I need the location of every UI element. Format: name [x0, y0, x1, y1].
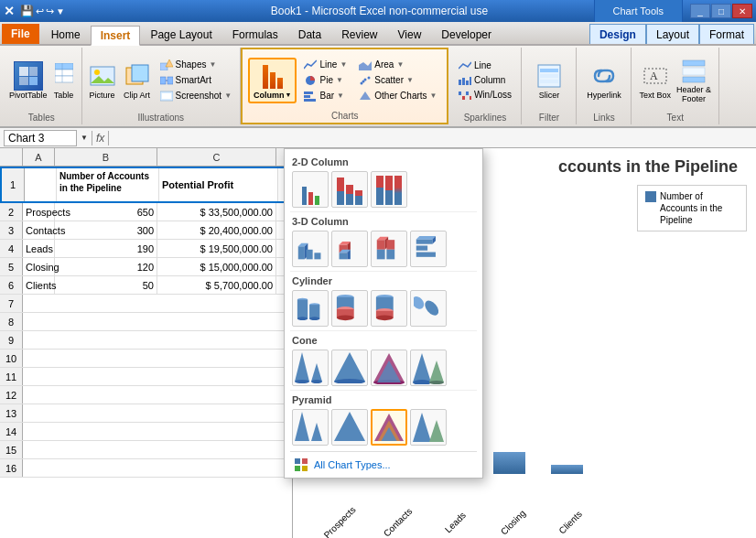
tab-file[interactable]: File — [2, 24, 39, 44]
clip-art-button[interactable]: Clip Art — [121, 59, 154, 102]
cell-6b[interactable]: 50 — [55, 276, 157, 294]
scatter-chart-button[interactable]: Scatter▼ — [354, 73, 441, 88]
chart-type-pyr-4[interactable] — [410, 409, 447, 446]
tab-review[interactable]: Review — [331, 24, 387, 44]
chart-type-2d-stacked[interactable] — [331, 171, 368, 208]
cell-4c[interactable]: $ 19,500,000.00 — [157, 240, 276, 257]
tab-formulas[interactable]: Formulas — [222, 24, 288, 44]
header-footer-button[interactable]: Header &Footer — [675, 55, 713, 106]
screenshot-button[interactable]: Screenshot▼ — [156, 89, 237, 103]
tab-developer[interactable]: Developer — [431, 24, 502, 44]
cell-2c[interactable]: $ 33,500,000.00 — [157, 203, 276, 221]
close-button[interactable]: ✕ — [732, 4, 752, 18]
textbox-button[interactable]: A Text Box — [637, 59, 673, 102]
chart-type-cyl-4[interactable] — [410, 290, 447, 327]
more-qa-icon[interactable]: ▼ — [56, 6, 65, 16]
chart-type-cone-4[interactable] — [410, 350, 447, 386]
chart-type-pyr-1[interactable] — [292, 409, 329, 446]
tab-view[interactable]: View — [388, 24, 432, 44]
bar-label-leads: Leads — [436, 510, 468, 529]
shapes-button[interactable]: Shapes▼ — [156, 58, 237, 72]
svg-marker-95 — [413, 353, 431, 382]
table-row: 8 — [0, 313, 292, 331]
cell-3b[interactable]: 300 — [55, 221, 157, 239]
sparkline-winloss-button[interactable]: Win/Loss — [454, 88, 516, 102]
save-qa-icon[interactable]: 💾 — [20, 5, 34, 17]
tab-insert[interactable]: Insert — [91, 26, 141, 46]
minimize-button[interactable]: _ — [690, 4, 710, 18]
svg-point-73 — [309, 317, 319, 320]
undo-icon[interactable]: ↩ — [36, 5, 44, 17]
svg-rect-69 — [297, 300, 308, 319]
chart-type-cone-2[interactable] — [331, 350, 368, 386]
table-row: 3 Contacts 300 $ 20,400,000.00 — [0, 221, 292, 240]
chart-type-cyl-1[interactable] — [292, 290, 329, 327]
sparkline-column-button[interactable]: Column — [454, 73, 516, 87]
chart-type-3d-100pct[interactable] — [371, 231, 407, 267]
chart-type-cone-3[interactable] — [371, 350, 407, 386]
chart-type-cone-1[interactable] — [292, 350, 329, 386]
table-row: 2 Prospects 650 $ 33,500,000.00 — [0, 203, 292, 221]
cell-4a[interactable]: Leads — [23, 240, 55, 257]
cell-6a[interactable]: Clients — [23, 276, 55, 294]
table-button[interactable]: Table — [52, 59, 76, 102]
cell-3a[interactable]: Contacts — [23, 221, 55, 239]
pie-chart-button[interactable]: Pie▼ — [299, 73, 351, 88]
maximize-button[interactable]: □ — [711, 4, 731, 18]
svg-rect-49 — [307, 250, 313, 260]
sparkline-line-button[interactable]: Line — [454, 59, 516, 72]
line-chart-button[interactable]: Line▼ — [299, 58, 351, 72]
chart-type-pyr-2[interactable] — [331, 409, 368, 446]
chart-type-2d-clustered[interactable] — [292, 171, 329, 208]
chart-type-pyr-3-selected[interactable] — [371, 409, 407, 446]
smartart-button[interactable]: SmartArt — [156, 73, 237, 88]
cell-5a[interactable]: Closing — [23, 258, 55, 275]
cell-2b[interactable]: 650 — [55, 203, 157, 221]
area-chart-button[interactable]: Area▼ — [354, 58, 441, 72]
picture-button[interactable]: Picture — [86, 59, 119, 102]
all-chart-types-button[interactable]: All Chart Types... — [290, 451, 477, 474]
svg-rect-30 — [462, 78, 465, 85]
cell-3c[interactable]: $ 20,400,000.00 — [157, 221, 276, 239]
tab-layout-ct[interactable]: Layout — [646, 24, 699, 44]
svg-rect-108 — [302, 458, 308, 464]
tab-design[interactable]: Design — [589, 24, 646, 44]
slicer-button[interactable]: Slicer — [533, 59, 566, 102]
chart-type-2d-100pct[interactable] — [371, 171, 407, 208]
name-box-arrow[interactable]: ▼ — [81, 134, 88, 142]
cell-6c[interactable]: $ 5,700,000.00 — [157, 276, 276, 294]
svg-rect-50 — [314, 253, 320, 259]
chart-type-cyl-3[interactable] — [371, 290, 407, 327]
cell-2a[interactable]: Prospects — [23, 203, 55, 221]
col-header-b[interactable]: B — [55, 148, 157, 166]
cell-1c[interactable]: Potential Profit — [159, 168, 278, 201]
bar-chart-button[interactable]: Bar▼ — [299, 89, 351, 103]
chart-type-3d-clustered[interactable] — [292, 231, 329, 267]
chart-type-3d-bar[interactable] — [410, 231, 447, 267]
other-charts-button[interactable]: Other Charts▼ — [354, 89, 441, 103]
svg-rect-63 — [416, 239, 433, 243]
tab-format-ct[interactable]: Format — [699, 24, 754, 44]
redo-icon[interactable]: ↪ — [46, 5, 54, 17]
cell-5c[interactable]: $ 15,000,000.00 — [157, 258, 276, 275]
tab-home[interactable]: Home — [41, 24, 91, 44]
chart-type-3d-stacked[interactable] — [331, 231, 368, 267]
column-chart-button[interactable]: Column▼ — [248, 58, 297, 103]
name-box[interactable]: Chart 3 — [4, 130, 77, 146]
row-num-header — [0, 148, 23, 166]
excel-logo-icon: ✕ — [4, 4, 15, 18]
cell-5b[interactable]: 120 — [55, 258, 157, 275]
tab-data[interactable]: Data — [288, 24, 331, 44]
cell-4b[interactable]: 190 — [55, 240, 157, 257]
chart-type-dropdown[interactable]: 2-D Column 3-D Column — [284, 148, 483, 479]
cell-1a[interactable] — [25, 168, 57, 201]
formula-input[interactable] — [113, 132, 752, 145]
col-header-c[interactable]: C — [157, 148, 276, 166]
svg-rect-2 — [19, 77, 28, 85]
chart-type-cyl-2[interactable] — [331, 290, 368, 327]
hyperlink-button[interactable]: Hyperlink — [585, 59, 623, 102]
cell-1b[interactable]: Number of Accounts in the Pipeline — [57, 168, 159, 201]
pivot-table-button[interactable]: PivotTable — [7, 59, 49, 102]
tab-page-layout[interactable]: Page Layout — [140, 24, 221, 44]
col-header-a[interactable]: A — [23, 148, 55, 166]
